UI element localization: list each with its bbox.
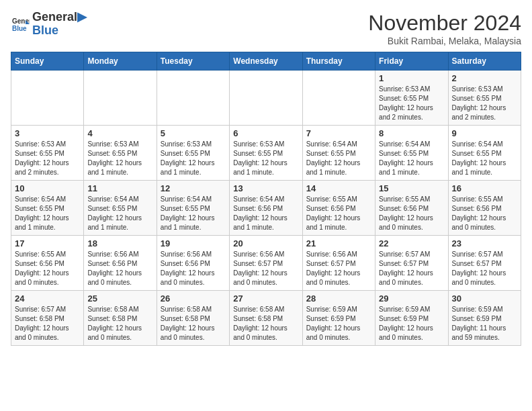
day-cell: 15Sunrise: 6:55 AM Sunset: 6:56 PM Dayli… xyxy=(375,181,448,236)
day-number: 7 xyxy=(306,128,371,138)
day-info: Sunrise: 6:55 AM Sunset: 6:56 PM Dayligh… xyxy=(379,195,444,232)
day-cell xyxy=(230,71,302,126)
day-number: 2 xyxy=(452,73,517,83)
day-number: 12 xyxy=(161,183,226,193)
day-cell: 19Sunrise: 6:56 AM Sunset: 6:56 PM Dayli… xyxy=(157,236,229,291)
day-info: Sunrise: 6:55 AM Sunset: 6:56 PM Dayligh… xyxy=(306,195,371,232)
day-number: 21 xyxy=(306,238,371,248)
day-cell: 7Sunrise: 6:54 AM Sunset: 6:55 PM Daylig… xyxy=(302,126,375,181)
day-cell: 10Sunrise: 6:54 AM Sunset: 6:55 PM Dayli… xyxy=(11,181,84,236)
day-info: Sunrise: 6:54 AM Sunset: 6:55 PM Dayligh… xyxy=(379,140,444,177)
day-cell: 17Sunrise: 6:55 AM Sunset: 6:56 PM Dayli… xyxy=(11,236,84,291)
day-cell: 30Sunrise: 6:59 AM Sunset: 6:59 PM Dayli… xyxy=(448,291,521,346)
day-cell: 28Sunrise: 6:59 AM Sunset: 6:59 PM Dayli… xyxy=(302,291,375,346)
day-info: Sunrise: 6:58 AM Sunset: 6:58 PM Dayligh… xyxy=(161,305,226,342)
day-number: 17 xyxy=(15,238,80,248)
day-info: Sunrise: 6:54 AM Sunset: 6:55 PM Dayligh… xyxy=(452,140,517,177)
day-cell: 12Sunrise: 6:54 AM Sunset: 6:55 PM Dayli… xyxy=(157,181,229,236)
day-number: 25 xyxy=(87,293,152,304)
day-cell xyxy=(84,71,157,126)
day-number: 30 xyxy=(452,293,517,304)
day-info: Sunrise: 6:57 AM Sunset: 6:57 PM Dayligh… xyxy=(379,250,444,287)
day-cell: 16Sunrise: 6:55 AM Sunset: 6:56 PM Dayli… xyxy=(448,181,521,236)
day-info: Sunrise: 6:59 AM Sunset: 6:59 PM Dayligh… xyxy=(452,305,517,342)
day-cell: 6Sunrise: 6:53 AM Sunset: 6:55 PM Daylig… xyxy=(230,126,302,181)
day-number: 8 xyxy=(379,128,444,138)
day-cell xyxy=(157,71,229,126)
day-cell: 29Sunrise: 6:59 AM Sunset: 6:59 PM Dayli… xyxy=(375,291,448,346)
day-cell: 24Sunrise: 6:57 AM Sunset: 6:58 PM Dayli… xyxy=(11,291,84,346)
day-cell xyxy=(11,71,84,126)
day-info: Sunrise: 6:57 AM Sunset: 6:57 PM Dayligh… xyxy=(452,250,517,287)
header-thursday: Thursday xyxy=(302,52,375,71)
day-number: 11 xyxy=(87,183,152,193)
day-number: 29 xyxy=(379,293,444,304)
day-number: 20 xyxy=(233,238,298,248)
day-info: Sunrise: 6:53 AM Sunset: 6:55 PM Dayligh… xyxy=(15,140,80,177)
day-number: 19 xyxy=(161,238,226,248)
day-info: Sunrise: 6:59 AM Sunset: 6:59 PM Dayligh… xyxy=(306,305,371,342)
page-header: General Blue General▶Blue November 2024 … xyxy=(11,11,521,46)
day-info: Sunrise: 6:55 AM Sunset: 6:56 PM Dayligh… xyxy=(15,250,80,287)
day-cell: 8Sunrise: 6:54 AM Sunset: 6:55 PM Daylig… xyxy=(375,126,448,181)
day-number: 24 xyxy=(15,293,80,304)
day-number: 18 xyxy=(87,238,152,248)
day-number: 15 xyxy=(379,183,444,193)
day-info: Sunrise: 6:53 AM Sunset: 6:55 PM Dayligh… xyxy=(233,140,298,177)
header-sunday: Sunday xyxy=(11,52,84,71)
day-cell: 1Sunrise: 6:53 AM Sunset: 6:55 PM Daylig… xyxy=(375,71,448,126)
day-info: Sunrise: 6:53 AM Sunset: 6:55 PM Dayligh… xyxy=(452,85,517,122)
day-cell: 25Sunrise: 6:58 AM Sunset: 6:58 PM Dayli… xyxy=(84,291,157,346)
header-wednesday: Wednesday xyxy=(230,52,302,71)
location-subtitle: Bukit Rambai, Melaka, Malaysia xyxy=(368,36,521,46)
day-number: 13 xyxy=(233,183,298,193)
day-cell: 23Sunrise: 6:57 AM Sunset: 6:57 PM Dayli… xyxy=(448,236,521,291)
month-title: November 2024 xyxy=(368,11,521,36)
header-saturday: Saturday xyxy=(448,52,521,71)
week-row-2: 3Sunrise: 6:53 AM Sunset: 6:55 PM Daylig… xyxy=(11,126,521,181)
day-number: 5 xyxy=(161,128,226,138)
day-number: 6 xyxy=(233,128,298,138)
day-info: Sunrise: 6:54 AM Sunset: 6:55 PM Dayligh… xyxy=(161,195,226,232)
svg-text:Blue: Blue xyxy=(12,25,27,32)
week-row-5: 24Sunrise: 6:57 AM Sunset: 6:58 PM Dayli… xyxy=(11,291,521,346)
header-friday: Friday xyxy=(375,52,448,71)
day-number: 28 xyxy=(306,293,371,304)
day-cell: 27Sunrise: 6:58 AM Sunset: 6:58 PM Dayli… xyxy=(230,291,302,346)
day-info: Sunrise: 6:56 AM Sunset: 6:57 PM Dayligh… xyxy=(306,250,371,287)
day-info: Sunrise: 6:54 AM Sunset: 6:55 PM Dayligh… xyxy=(87,195,152,232)
day-number: 14 xyxy=(306,183,371,193)
week-row-3: 10Sunrise: 6:54 AM Sunset: 6:55 PM Dayli… xyxy=(11,181,521,236)
logo-icon: General Blue xyxy=(11,15,30,34)
day-number: 26 xyxy=(161,293,226,304)
day-cell: 11Sunrise: 6:54 AM Sunset: 6:55 PM Dayli… xyxy=(84,181,157,236)
day-number: 4 xyxy=(87,128,152,138)
day-number: 10 xyxy=(15,183,80,193)
day-info: Sunrise: 6:53 AM Sunset: 6:55 PM Dayligh… xyxy=(161,140,226,177)
title-block: November 2024 Bukit Rambai, Melaka, Mala… xyxy=(368,11,521,46)
day-info: Sunrise: 6:56 AM Sunset: 6:56 PM Dayligh… xyxy=(161,250,226,287)
day-cell: 26Sunrise: 6:58 AM Sunset: 6:58 PM Dayli… xyxy=(157,291,229,346)
header-monday: Monday xyxy=(84,52,157,71)
day-info: Sunrise: 6:58 AM Sunset: 6:58 PM Dayligh… xyxy=(87,305,152,342)
day-info: Sunrise: 6:54 AM Sunset: 6:55 PM Dayligh… xyxy=(306,140,371,177)
day-cell: 13Sunrise: 6:54 AM Sunset: 6:56 PM Dayli… xyxy=(230,181,302,236)
day-number: 27 xyxy=(233,293,298,304)
day-info: Sunrise: 6:54 AM Sunset: 6:55 PM Dayligh… xyxy=(15,195,80,232)
week-row-4: 17Sunrise: 6:55 AM Sunset: 6:56 PM Dayli… xyxy=(11,236,521,291)
day-cell xyxy=(302,71,375,126)
day-info: Sunrise: 6:53 AM Sunset: 6:55 PM Dayligh… xyxy=(379,85,444,122)
day-number: 23 xyxy=(452,238,517,248)
day-cell: 21Sunrise: 6:56 AM Sunset: 6:57 PM Dayli… xyxy=(302,236,375,291)
day-cell: 3Sunrise: 6:53 AM Sunset: 6:55 PM Daylig… xyxy=(11,126,84,181)
day-info: Sunrise: 6:56 AM Sunset: 6:56 PM Dayligh… xyxy=(87,250,152,287)
week-row-1: 1Sunrise: 6:53 AM Sunset: 6:55 PM Daylig… xyxy=(11,71,521,126)
day-cell: 18Sunrise: 6:56 AM Sunset: 6:56 PM Dayli… xyxy=(84,236,157,291)
day-info: Sunrise: 6:53 AM Sunset: 6:55 PM Dayligh… xyxy=(87,140,152,177)
logo-text: General▶Blue xyxy=(32,11,87,38)
day-cell: 5Sunrise: 6:53 AM Sunset: 6:55 PM Daylig… xyxy=(157,126,229,181)
day-number: 1 xyxy=(379,73,444,83)
day-cell: 4Sunrise: 6:53 AM Sunset: 6:55 PM Daylig… xyxy=(84,126,157,181)
day-info: Sunrise: 6:59 AM Sunset: 6:59 PM Dayligh… xyxy=(379,305,444,342)
day-info: Sunrise: 6:54 AM Sunset: 6:56 PM Dayligh… xyxy=(233,195,298,232)
